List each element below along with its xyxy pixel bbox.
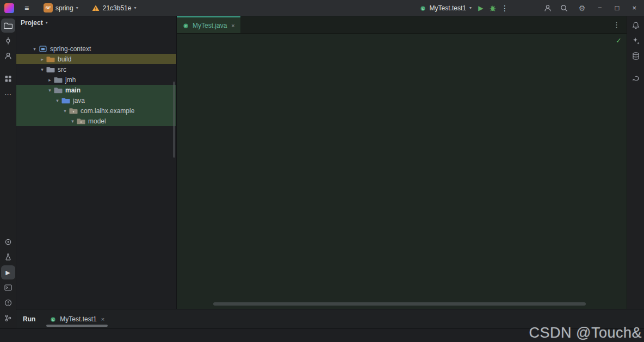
package-icon [77, 117, 85, 126]
structure-tool-button[interactable] [1, 72, 15, 86]
flask-icon [4, 253, 13, 262]
tree-item-model[interactable]: ▾model [16, 116, 176, 126]
close-icon[interactable]: × [231, 22, 234, 29]
chevron-right-icon[interactable]: ▸ [38, 57, 46, 62]
play-icon: ▶ [5, 269, 10, 276]
chevron-down-icon[interactable]: ▾ [46, 88, 54, 93]
module-icon [39, 45, 47, 53]
minimize-button[interactable]: − [598, 4, 602, 12]
run-config-icon: C [420, 5, 425, 10]
ellipsis-icon: ⋯ [4, 90, 11, 98]
watermark: CSDN @Touch& [529, 325, 642, 341]
maximize-button[interactable]: □ [615, 4, 620, 12]
close-icon[interactable]: × [101, 316, 104, 322]
target-icon [4, 238, 13, 246]
test-class-icon: C [51, 316, 56, 321]
gear-icon: ⚙ [579, 4, 586, 13]
project-widget[interactable]: SF spring ▾ [41, 1, 81, 15]
project-tool-button[interactable] [1, 18, 15, 33]
svg-text:C: C [185, 24, 187, 28]
run-tool-button[interactable]: ▶ [1, 265, 15, 279]
tree-item-main[interactable]: ▾main [16, 85, 176, 95]
tree-item-label: java [73, 97, 85, 104]
services-tool-button[interactable] [1, 235, 15, 249]
project-panel-title: Project [21, 19, 43, 27]
database-tool-button[interactable] [629, 49, 643, 63]
vcs-ref: 21c3b51e [103, 4, 132, 12]
search-button[interactable] [560, 4, 568, 13]
hamburger-icon: ≡ [24, 4, 29, 13]
tree-item-label: main [65, 86, 81, 94]
chevron-down-icon: ▾ [46, 20, 48, 25]
folder-excluded-icon [46, 55, 55, 64]
vcs-widget[interactable]: 21c3b51e ▾ [89, 1, 139, 15]
tree-item-label: model [88, 117, 106, 125]
run-tab-label: MyTest.test1 [60, 315, 96, 323]
person-icon [4, 52, 13, 60]
tree-item-jmh[interactable]: ▸jmh [16, 74, 176, 85]
more-actions-button[interactable]: ⋮ [499, 1, 511, 15]
run-configuration-widget[interactable]: C MyTest.test1 ▾ [416, 1, 475, 15]
tree-item-label: spring-context [50, 45, 91, 53]
chevron-right-icon[interactable]: ▸ [46, 77, 54, 83]
svg-text:C: C [52, 318, 54, 321]
chevron-down-icon: ▾ [469, 5, 472, 10]
main-menu-icon[interactable]: ≡ [21, 1, 33, 15]
code-lines [177, 34, 627, 309]
chevron-down-icon[interactable]: ▾ [38, 67, 46, 72]
terminal-tool-button[interactable] [1, 281, 15, 295]
tree-item-java[interactable]: ▾java [16, 95, 176, 105]
folder-source-icon [54, 86, 63, 95]
commit-tool-button[interactable] [1, 34, 15, 48]
tree-item-com-laihx-example[interactable]: ▾com.laihx.example [16, 105, 176, 116]
folder-source-icon [54, 76, 63, 84]
ai-assistant-tool-button[interactable] [629, 34, 643, 48]
left-tool-strip: ⋯ ▶ [0, 16, 16, 328]
run-button[interactable]: ▶ [475, 1, 487, 15]
editor-tab-bar: C MyTest.java × ⋮ [177, 16, 627, 34]
chevron-down-icon[interactable]: ▾ [61, 108, 69, 114]
kebab-icon: ⋮ [613, 21, 620, 29]
package-icon [69, 107, 78, 115]
tree-item-build[interactable]: ▸build [16, 54, 176, 64]
tree-item-label: jmh [65, 76, 76, 84]
commit-icon [4, 36, 13, 45]
editor-horizontal-scrollbar[interactable] [213, 302, 586, 306]
tests-tool-button[interactable] [1, 250, 15, 264]
folder-icon [46, 65, 55, 74]
database-icon [631, 52, 640, 60]
project-panel: Project ▾ ▾spring-context▸build▾src▸jmh▾… [16, 16, 177, 309]
chevron-down-icon[interactable]: ▾ [30, 46, 39, 52]
version-control-tool-button[interactable] [1, 311, 15, 325]
structure-icon [4, 74, 13, 83]
chevron-down-icon[interactable]: ▾ [69, 119, 77, 124]
folder-icon [4, 21, 13, 30]
project-name: spring [55, 4, 73, 12]
tree-item-src[interactable]: ▾src [16, 64, 176, 74]
intellij-logo [4, 3, 14, 13]
test-class-icon: C [183, 22, 188, 28]
chevron-down-icon[interactable]: ▾ [53, 98, 61, 103]
close-button[interactable]: × [632, 4, 636, 12]
editor-tab-mytest-java[interactable]: C MyTest.java × [177, 16, 240, 33]
run-tab-mytest-test1[interactable]: C MyTest.test1 × [44, 309, 110, 328]
tree-item-label: build [58, 55, 71, 63]
project-scrollbar[interactable] [173, 82, 175, 158]
tab-options-button[interactable]: ⋮ [613, 21, 627, 29]
project-panel-header[interactable]: Project ▾ [16, 16, 176, 27]
problems-tool-button[interactable] [1, 296, 15, 310]
play-icon: ▶ [478, 4, 483, 12]
chevron-down-icon: ▾ [76, 5, 78, 10]
notifications-tool-button[interactable] [629, 18, 643, 33]
more-tools-button[interactable]: ⋯ [1, 87, 15, 101]
gradle-tool-button[interactable] [629, 72, 643, 86]
run-panel-title: Run [23, 315, 35, 323]
bell-icon [631, 21, 640, 30]
code-with-me-button[interactable] [543, 4, 552, 13]
settings-button[interactable]: ⚙ [576, 1, 588, 15]
tree-item-spring-context[interactable]: ▾spring-context [16, 43, 176, 54]
debug-button[interactable] [487, 1, 499, 15]
ai-sparkle-icon [631, 36, 640, 45]
run-config-name: MyTest.test1 [430, 4, 466, 12]
pull-requests-tool-button[interactable] [1, 49, 15, 63]
